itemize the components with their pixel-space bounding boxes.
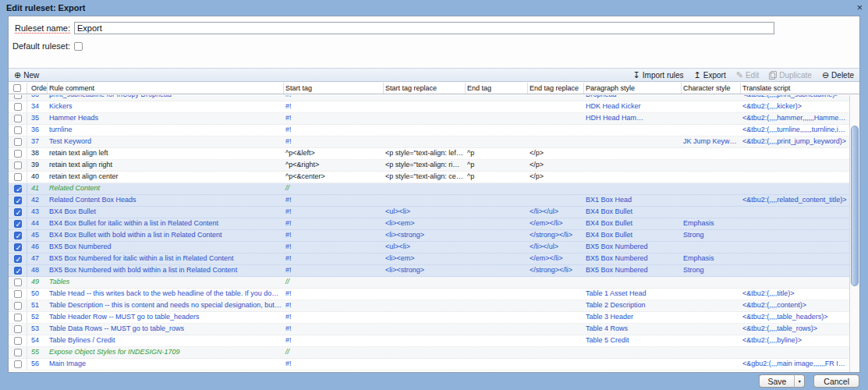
cell-end-tag-replace xyxy=(528,95,584,101)
table-row[interactable]: 34 Kickers #! HDK Head Kicker <&tbu2:(,,… xyxy=(9,101,849,113)
row-checkbox[interactable] xyxy=(14,278,22,286)
cell-start-tag: #! xyxy=(284,324,384,335)
row-checkbox[interactable] xyxy=(14,243,22,251)
row-checkbox[interactable] xyxy=(14,115,22,122)
cell-end-tag xyxy=(466,230,528,241)
cell-translate-script xyxy=(741,230,849,241)
table-row[interactable]: 40 retain text align center ^p<&center> … xyxy=(9,172,849,183)
row-checkbox[interactable] xyxy=(14,302,22,310)
cell-translate-script xyxy=(741,265,849,276)
cell-paragraph-style xyxy=(584,125,682,136)
cell-paragraph-style: Table 5 Credit xyxy=(584,335,682,346)
row-checkbox[interactable] xyxy=(14,208,22,216)
row-checkbox[interactable] xyxy=(14,197,22,204)
table-row[interactable]: 56 Main Image #! <&gbu2:(,,,main image,,… xyxy=(9,359,849,370)
cell-start-tag: ^p<&center> xyxy=(284,172,384,183)
cell-comment: BX4 Box Bullet xyxy=(48,207,284,218)
edit-ruleset-dialog: { "window": { "title": "Edit ruleset: Ex… xyxy=(0,0,868,390)
cell-end-tag xyxy=(466,125,528,136)
rules-table-header: Order Rule comment Start tag Start tag r… xyxy=(9,83,859,94)
vertical-scrollbar-track[interactable] xyxy=(849,95,859,372)
row-checkbox[interactable] xyxy=(14,173,22,181)
cell-end-tag-replace xyxy=(528,359,584,370)
row-checkbox[interactable] xyxy=(14,220,22,228)
cell-order: 54 xyxy=(27,335,48,346)
table-body: 33 print_subheadline for InCopy Drophead… xyxy=(9,95,849,372)
row-checkbox[interactable] xyxy=(14,138,22,146)
cell-start-tag: ^p<&right> xyxy=(284,160,384,171)
row-checkbox[interactable] xyxy=(14,314,22,321)
table-row[interactable]: 49 Tables // xyxy=(9,277,849,289)
table-row[interactable]: 48 BX5 Box Numbered with bold within a l… xyxy=(9,265,849,277)
cell-character-style: JK Jump Keyw… xyxy=(682,136,741,147)
dialog-footer: Save ▾ Cancel xyxy=(759,374,859,388)
import-rules-button[interactable]: ↧ Import rules xyxy=(633,71,684,80)
table-row[interactable]: 55 Expose Object Styles for INDESIGN-170… xyxy=(9,347,849,359)
header-paragraph-style: Paragraph style xyxy=(584,83,682,94)
cell-paragraph-style: Table 1 Asset Head xyxy=(584,289,682,300)
cell-paragraph-style xyxy=(584,183,682,194)
row-checkbox[interactable] xyxy=(14,185,22,193)
cell-end-tag-replace xyxy=(528,136,584,147)
table-row[interactable]: 43 BX4 Box Bullet #! <ul><li> </li></ul>… xyxy=(9,207,849,218)
table-row[interactable]: 35 Hammer Heads #! HDH Head Ham… <&tbu2:… xyxy=(9,113,849,125)
ruleset-name-input[interactable] xyxy=(74,22,774,34)
row-checkbox[interactable] xyxy=(14,103,22,111)
cell-character-style xyxy=(682,324,741,335)
scrollbar-thumb[interactable] xyxy=(851,126,859,286)
row-checkbox[interactable] xyxy=(14,360,22,368)
row-checkbox[interactable] xyxy=(14,255,22,263)
table-row[interactable]: 47 BX5 Box Numbered for italic within a … xyxy=(9,254,849,265)
cell-order: 33 xyxy=(27,95,48,101)
table-row[interactable]: 37 Test Keyword #! JK Jump Keyw… <&tbu2:… xyxy=(9,136,849,148)
delete-rule-button[interactable]: ⊖ Delete xyxy=(822,71,854,80)
default-ruleset-checkbox[interactable] xyxy=(74,42,83,51)
row-checkbox[interactable] xyxy=(14,349,22,356)
edit-rule-button[interactable]: ✎ Edit xyxy=(736,71,759,80)
export-rules-button[interactable]: ↥ Export xyxy=(694,71,726,80)
table-row[interactable]: 44 BX4 Box Bullet for italic within a li… xyxy=(9,218,849,230)
row-checkbox[interactable] xyxy=(14,126,22,134)
row-checkbox[interactable] xyxy=(14,325,22,333)
select-all-checkbox[interactable] xyxy=(13,84,21,92)
table-row[interactable]: 54 Table Bylines / Credit #! Table 5 Cre… xyxy=(9,335,849,347)
table-row[interactable]: 33 print_subheadline for InCopy Drophead… xyxy=(9,95,849,101)
table-row[interactable]: 38 retain text align left ^p<&left> <p s… xyxy=(9,148,849,160)
save-button[interactable]: Save xyxy=(759,374,794,388)
table-row[interactable]: 36 turnline #! <&tbu2:(,,,,turnline,,,,,… xyxy=(9,125,849,136)
save-menu-arrow-icon[interactable]: ▾ xyxy=(794,374,805,388)
cell-start-tag-replace: <ul><li> xyxy=(384,242,466,253)
cell-order: 51 xyxy=(27,300,48,311)
table-row[interactable]: 52 Table Header Row -- MUST go to table_… xyxy=(9,312,849,324)
row-checkbox[interactable] xyxy=(14,95,22,99)
cancel-button[interactable]: Cancel xyxy=(813,374,859,388)
table-row[interactable]: 45 BX4 Box Bullet with bold within a lis… xyxy=(9,230,849,242)
row-checkbox[interactable] xyxy=(14,161,22,169)
table-row[interactable]: 41 Related Content // xyxy=(9,183,849,195)
row-checkbox[interactable] xyxy=(14,232,22,239)
cell-start-tag-replace: <ul><li> xyxy=(384,207,466,218)
cell-comment: Table Header Row -- MUST go to table_hea… xyxy=(48,312,284,323)
close-icon[interactable]: × xyxy=(856,1,863,14)
duplicate-rule-button[interactable]: Duplicate xyxy=(769,71,812,80)
new-rule-button[interactable]: ⊕ New xyxy=(14,71,39,80)
cell-start-tag-replace xyxy=(384,289,466,300)
table-row[interactable]: 46 BX5 Box Numbered #! <ul><li> </li></u… xyxy=(9,242,849,254)
cell-end-tag-replace xyxy=(528,113,584,124)
cell-end-tag-replace xyxy=(528,277,584,288)
table-row[interactable]: 53 Table Data Rows -- MUST go to table_r… xyxy=(9,324,849,335)
cell-start-tag-replace xyxy=(384,101,466,112)
row-checkbox[interactable] xyxy=(14,150,22,158)
row-checkbox[interactable] xyxy=(14,337,22,345)
table-row[interactable]: 50 Table Head -- this writes back to the… xyxy=(9,289,849,300)
row-checkbox[interactable] xyxy=(14,267,22,275)
table-row[interactable]: 42 Related Content Box Heads #! BX1 Box … xyxy=(9,195,849,207)
cell-end-tag xyxy=(466,312,528,323)
row-checkbox[interactable] xyxy=(14,290,22,298)
table-row[interactable]: 51 Table Description -- this is content … xyxy=(9,300,849,312)
cell-end-tag-replace xyxy=(528,312,584,323)
cell-start-tag: #! xyxy=(284,218,384,229)
cell-start-tag: #! xyxy=(284,242,384,253)
table-row[interactable]: 39 retain text align right ^p<&right> <p… xyxy=(9,160,849,172)
cell-end-tag xyxy=(466,300,528,311)
